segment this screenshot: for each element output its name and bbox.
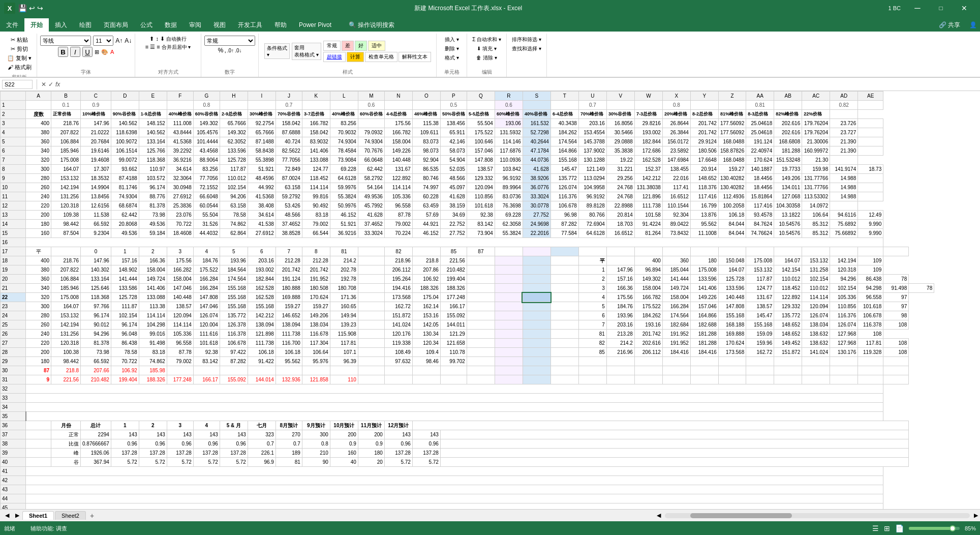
- tab-formula[interactable]: 公式: [134, 18, 159, 32]
- align-right-button[interactable]: ≡: [157, 44, 160, 51]
- tab-dev[interactable]: 开发工具: [232, 18, 268, 32]
- col-header-Y[interactable]: Y: [690, 92, 718, 101]
- view-layout-button[interactable]: ⊞: [884, 524, 890, 532]
- col-header-E[interactable]: E: [139, 92, 167, 101]
- tab-data[interactable]: 数据: [159, 18, 183, 32]
- bold-button[interactable]: B: [58, 47, 68, 57]
- view-normal-button[interactable]: ☰: [872, 524, 879, 532]
- zoom-level[interactable]: 85%: [965, 525, 976, 531]
- col-header-X[interactable]: X: [662, 92, 690, 101]
- col-header-O[interactable]: O: [412, 92, 440, 101]
- paste-button[interactable]: ✂ 粘贴: [9, 36, 30, 44]
- insert-function-icon[interactable]: fx: [55, 81, 60, 88]
- view-page-button[interactable]: 📄: [895, 524, 904, 532]
- delete-cell-button[interactable]: 删除 ▾: [443, 45, 461, 53]
- border-button[interactable]: ⊞: [95, 49, 99, 55]
- tab-powerpivot[interactable]: Power Pivot: [293, 18, 338, 32]
- col-header-AC[interactable]: AC: [802, 92, 830, 101]
- tab-home[interactable]: 开始: [24, 18, 49, 32]
- find-select-button[interactable]: 查找和选择 ▾: [510, 45, 543, 53]
- align-top-button[interactable]: ⬆: [149, 36, 154, 43]
- tab-layout[interactable]: 页面布局: [98, 18, 134, 32]
- format-as-table-button[interactable]: 套用表格格式 ▾: [292, 43, 321, 60]
- scroll-left-button[interactable]: ◀: [657, 512, 661, 519]
- font-name-select[interactable]: 等线: [40, 36, 91, 46]
- col-header-U[interactable]: U: [578, 92, 606, 101]
- explain-style[interactable]: 解释性文本: [399, 52, 431, 62]
- cancel-formula-icon[interactable]: ✕: [41, 81, 46, 88]
- autosum-button[interactable]: Σ 自动求和 ▾: [470, 36, 503, 44]
- tab-file[interactable]: 文件: [0, 18, 24, 32]
- col-header-Q[interactable]: Q: [467, 92, 495, 101]
- align-left-button[interactable]: ≡: [145, 44, 148, 51]
- italic-button[interactable]: I: [70, 47, 80, 57]
- decrease-decimal-button[interactable]: .0↓: [235, 48, 241, 53]
- col-header-A[interactable]: A: [26, 92, 51, 101]
- col-header-N[interactable]: N: [384, 92, 412, 101]
- grid-container[interactable]: A B C D E F G H I J K L M N O P Q: [0, 91, 980, 509]
- percent-button[interactable]: %: [218, 47, 224, 54]
- align-center-button[interactable]: ☰: [150, 44, 155, 51]
- zoom-slider[interactable]: [909, 527, 960, 530]
- check-cell-style[interactable]: 检查单元格: [365, 52, 397, 62]
- col-header-I[interactable]: I: [248, 92, 275, 101]
- col-header-R[interactable]: R: [495, 92, 523, 101]
- col-header-B[interactable]: B: [51, 92, 81, 101]
- col-header-Z[interactable]: Z: [718, 92, 746, 101]
- copy-button[interactable]: 📋 复制 ▾: [5, 54, 34, 63]
- cut-button[interactable]: ✂ 剪切: [9, 45, 30, 53]
- col-header-G[interactable]: G: [193, 92, 220, 101]
- col-header-P[interactable]: P: [440, 92, 467, 101]
- col-header-K[interactable]: K: [302, 92, 330, 101]
- col-header-M[interactable]: M: [358, 92, 384, 101]
- tab-search[interactable]: 🔍 操作说明搜索: [343, 18, 401, 32]
- medium-style[interactable]: 适中: [368, 41, 385, 51]
- col-header-F[interactable]: F: [167, 92, 193, 101]
- tab-review[interactable]: 审阅: [183, 18, 207, 32]
- format-painter-button[interactable]: 🖌 格式刷: [6, 63, 34, 72]
- cell-reference-box[interactable]: [2, 80, 33, 89]
- user-avatar[interactable]: 👤: [966, 18, 980, 32]
- corner-cell[interactable]: [1, 92, 26, 101]
- confirm-formula-icon[interactable]: ✓: [48, 81, 53, 88]
- col-header-V[interactable]: V: [606, 92, 634, 101]
- col-header-AE[interactable]: AE: [858, 92, 883, 101]
- comma-button[interactable]: ,: [224, 47, 226, 54]
- tab-insert[interactable]: 插入: [49, 18, 73, 32]
- conditional-format-button[interactable]: 条件格式▾: [264, 43, 290, 59]
- minimize-button[interactable]: ─: [906, 0, 929, 16]
- next-sheet-button[interactable]: ▶: [12, 511, 22, 520]
- fill-button[interactable]: ⬇ 填充 ▾: [475, 45, 499, 53]
- maximize-button[interactable]: □: [929, 0, 953, 16]
- col-header-L[interactable]: L: [330, 92, 358, 101]
- scroll-right-button[interactable]: ▶: [974, 512, 978, 519]
- good-style[interactable]: 好: [355, 41, 367, 51]
- number-format-select[interactable]: 常规: [204, 36, 255, 46]
- add-sheet-button[interactable]: +: [87, 511, 97, 521]
- col-header-AB[interactable]: AB: [774, 92, 802, 101]
- font-decrease-button[interactable]: A↓: [125, 37, 132, 44]
- col-header-T[interactable]: T: [550, 92, 578, 101]
- clear-button[interactable]: 🗑 清除 ▾: [474, 54, 499, 62]
- col-header-D[interactable]: D: [111, 92, 139, 101]
- sheet-tab-1[interactable]: Sheet1: [22, 511, 54, 520]
- prev-sheet-button[interactable]: ◀: [2, 511, 12, 520]
- insert-cell-button[interactable]: 插入 ▾: [443, 36, 461, 44]
- font-increase-button[interactable]: A↑: [115, 37, 122, 44]
- col-header-S[interactable]: S: [523, 92, 550, 101]
- horizontal-scrollbar[interactable]: [665, 513, 970, 518]
- tab-help[interactable]: 帮助: [268, 18, 293, 32]
- col-header-AA[interactable]: AA: [746, 92, 774, 101]
- hyperlink-style[interactable]: 超链接: [323, 52, 346, 62]
- sort-filter-button[interactable]: 排序和筛选 ▾: [510, 36, 543, 44]
- font-color-button[interactable]: A: [110, 49, 114, 55]
- undo-icon[interactable]: ↩: [29, 4, 35, 12]
- tab-view[interactable]: 视图: [207, 18, 232, 32]
- align-bottom-button[interactable]: ⬇: [160, 36, 165, 43]
- col-header-C[interactable]: C: [81, 92, 111, 101]
- format-cell-button[interactable]: 格式 ▾: [443, 54, 461, 62]
- col-header-H[interactable]: H: [220, 92, 248, 101]
- col-header-AD[interactable]: AD: [830, 92, 858, 101]
- redo-icon[interactable]: ↪: [37, 4, 43, 12]
- align-middle-button[interactable]: ↕: [156, 36, 159, 43]
